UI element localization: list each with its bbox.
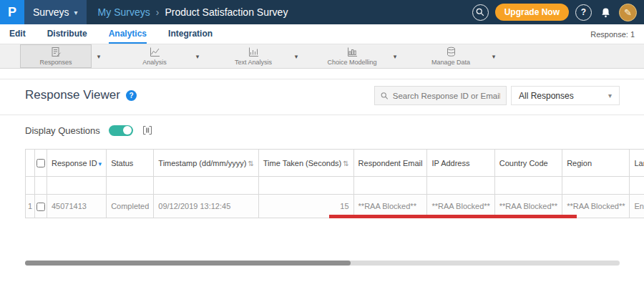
- header-label: Response ID: [52, 159, 97, 167]
- tab-integration[interactable]: Integration: [168, 24, 213, 44]
- breadcrumb: My Surveys › Product Satisfaction Survey: [98, 6, 288, 18]
- product-switcher-label: Surveys: [33, 6, 69, 18]
- toolbar-text-analysis-caret[interactable]: ▾: [289, 44, 303, 68]
- toolbar-item-label: Responses: [39, 59, 72, 66]
- page-title: Response Viewer: [25, 88, 120, 102]
- toolbar-choice-modelling-caret[interactable]: ▾: [388, 44, 402, 68]
- magnifier-glyph: [476, 8, 484, 16]
- display-questions-toggle[interactable]: [109, 125, 133, 136]
- horizontal-scrollbar[interactable]: [25, 261, 620, 266]
- toolbar-manage-data-caret[interactable]: ▾: [487, 44, 501, 68]
- toolbar-group-choice-modelling: Choice Modelling ▾: [316, 44, 402, 68]
- row-number: 1: [26, 195, 35, 218]
- header-label: Respondent Email: [358, 159, 423, 167]
- select-all-checkbox[interactable]: [36, 159, 45, 167]
- responses-filter-dropdown[interactable]: All Responses ▾: [511, 86, 620, 105]
- topbar-actions: Upgrade Now ? ✎: [472, 4, 644, 21]
- row-checkbox-cell: [35, 195, 47, 218]
- response-search-box: [374, 86, 507, 105]
- cell-status: Completed: [107, 195, 154, 218]
- header-status[interactable]: Status: [107, 150, 154, 177]
- toolbar-analysis-caret[interactable]: ▾: [190, 44, 205, 68]
- filter-cell[interactable]: [353, 177, 427, 195]
- toolbar-item-responses[interactable]: Responses: [20, 44, 92, 68]
- display-questions-label: Display Questions: [25, 125, 100, 136]
- search-icon[interactable]: [472, 4, 489, 21]
- filter-cell[interactable]: [630, 177, 644, 195]
- header-country-code[interactable]: Country Code: [494, 150, 562, 177]
- filter-dropdown-value: All Responses: [519, 91, 574, 101]
- toolbar-item-text-analysis[interactable]: Text Analysis: [218, 44, 289, 68]
- sort-both-icon[interactable]: ⇅: [343, 160, 348, 167]
- filter-cell[interactable]: [154, 177, 258, 195]
- header-label: Language: [634, 159, 644, 167]
- header-row-number: [26, 150, 35, 177]
- filter-cell[interactable]: [258, 177, 353, 195]
- header-label: Region: [567, 159, 592, 167]
- avatar[interactable]: ✎: [619, 4, 637, 21]
- app-logo[interactable]: P: [0, 0, 24, 24]
- chevron-down-icon: ▾: [608, 92, 612, 99]
- header-language[interactable]: Language: [630, 150, 644, 177]
- sort-both-icon[interactable]: ⇅: [248, 160, 253, 167]
- header-label: Time Taken (Seconds): [263, 159, 341, 167]
- filter-cell[interactable]: [47, 177, 107, 195]
- tab-edit[interactable]: Edit: [9, 24, 26, 44]
- nav-tab-bar: Edit Distribute Analytics Integration Re…: [0, 24, 644, 44]
- filter-cell[interactable]: [107, 177, 154, 195]
- filter-cell: [35, 177, 47, 195]
- divider: [0, 79, 644, 79]
- toolbar-group-manage-data: Manage Data ▾: [415, 44, 501, 68]
- header-response-id[interactable]: Response ID▾: [47, 150, 107, 177]
- header-label: Country Code: [499, 159, 548, 167]
- toolbar-item-label: Analysis: [142, 59, 167, 66]
- header-region[interactable]: Region: [562, 150, 630, 177]
- header-timestamp[interactable]: Timestamp (dd/mm/yyyy)⇅: [154, 150, 258, 177]
- header-respondent-email[interactable]: Respondent Email: [353, 150, 427, 177]
- header-label: IP Address: [431, 159, 469, 167]
- display-questions-row: Display Questions: [25, 125, 153, 136]
- filter-cell[interactable]: [427, 177, 494, 195]
- filter-cell[interactable]: [562, 177, 630, 195]
- choice-modelling-icon: [347, 47, 358, 57]
- filter-cell[interactable]: [494, 177, 562, 195]
- toolbar-item-choice-modelling[interactable]: Choice Modelling: [316, 44, 388, 68]
- tab-analytics[interactable]: Analytics: [109, 24, 147, 44]
- tab-distribute[interactable]: Distribute: [47, 24, 87, 44]
- response-count: Response: 1: [590, 24, 635, 44]
- breadcrumb-separator-icon: ›: [156, 6, 160, 18]
- response-id-link[interactable]: 45071413: [47, 195, 107, 218]
- toolbar-item-label: Text Analysis: [235, 59, 272, 66]
- pencil-icon: ✎: [624, 7, 632, 18]
- table-header-row: Response ID▾ Status Timestamp (dd/mm/yyy…: [26, 150, 644, 177]
- filter-cell: [26, 177, 35, 195]
- toolbar-item-analysis[interactable]: Analysis: [119, 44, 190, 68]
- columns-icon[interactable]: [142, 125, 153, 136]
- table-filter-row: [26, 177, 644, 195]
- horizontal-scrollbar-thumb[interactable]: [25, 261, 351, 266]
- sort-desc-icon[interactable]: ▾: [99, 160, 102, 167]
- header-label: Status: [111, 159, 133, 167]
- upgrade-now-button[interactable]: Upgrade Now: [495, 4, 569, 21]
- header-time-taken[interactable]: Time Taken (Seconds)⇅: [258, 150, 353, 177]
- toolbar-item-manage-data[interactable]: Manage Data: [415, 44, 487, 68]
- top-bar: P Surveys ▾ My Surveys › Product Satisfa…: [0, 0, 644, 24]
- notifications-bell-icon[interactable]: [598, 7, 613, 18]
- viewer-title-row: Response Viewer ?: [25, 88, 137, 102]
- search-input[interactable]: [393, 92, 500, 100]
- divider: [0, 115, 644, 115]
- toolbar-group-responses: Responses ▾: [20, 44, 106, 68]
- row-checkbox[interactable]: [36, 203, 45, 211]
- annotation-red-underline: [329, 215, 577, 218]
- toolbar-item-label: Manage Data: [431, 59, 470, 66]
- header-ip-address[interactable]: IP Address: [427, 150, 494, 177]
- toolbar-group-text-analysis: Text Analysis ▾: [218, 44, 303, 68]
- help-icon[interactable]: ?: [575, 4, 592, 21]
- breadcrumb-my-surveys[interactable]: My Surveys: [98, 6, 150, 18]
- toggle-knob: [123, 126, 132, 135]
- text-analysis-icon: [248, 47, 259, 57]
- product-switcher[interactable]: Surveys ▾: [24, 0, 87, 24]
- viewer-help-icon[interactable]: ?: [126, 90, 137, 101]
- toolbar-group-analysis: Analysis ▾: [119, 44, 205, 68]
- toolbar-responses-caret[interactable]: ▾: [92, 44, 106, 68]
